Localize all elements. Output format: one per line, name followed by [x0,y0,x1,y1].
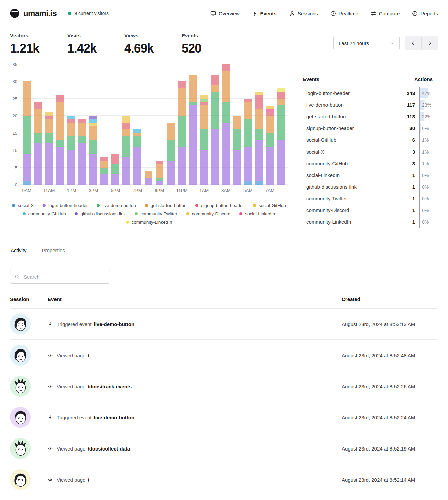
stacked-bar-8AM[interactable] [277,88,285,185]
bar-slot-5AM [242,64,253,185]
legend-item-github-discussions-link: github-discussions-link [75,211,126,216]
event-row-signup-button-header[interactable]: signup-button-header306% [303,122,438,134]
bar-segment-community-LinkedIn [277,88,285,92]
event-row-get-started-button[interactable]: get-started-button11322% [303,111,438,122]
session-cell [10,438,48,459]
stacked-bar-6PM[interactable] [122,116,130,185]
next-range-button[interactable] [422,36,438,50]
event-pct-cell: 1% [419,134,438,146]
event-count: 1 [412,207,415,213]
bar-segment-live-demo-button [233,129,241,150]
y-axis-label: 20 [13,113,17,118]
activity-row: Viewed page/docs/collect-dataAugust 23rd… [10,433,438,464]
bar-segment-live-demo-button [133,136,141,147]
bar-slot-7AM [264,64,275,185]
nav-item-realtime[interactable]: Realtime [330,11,358,16]
event-row-live-demo-button[interactable]: live-demo-button11723% [303,99,438,111]
metric-events: Events 520 [182,33,239,56]
legend-label: community-Discord [192,211,231,216]
bar-segment-live-demo-button [111,164,119,174]
bar-segment-get-started-button [122,129,130,136]
x-axis-label: 3PM [88,188,99,193]
session-avatar[interactable] [10,407,31,428]
nav-item-reports[interactable]: Reports [412,11,438,16]
nav-item-overview[interactable]: Overview [210,11,240,16]
event-count: 3 [412,161,415,166]
stacked-bar-8PM[interactable] [145,171,152,185]
stacked-bar-5PM[interactable] [111,154,119,185]
event-target[interactable]: live-demo-button [94,321,135,327]
session-avatar[interactable] [10,314,31,334]
bar-segment-social-GitHub [45,112,53,116]
event-pct-label: 0% [420,219,429,225]
bar-segment-social-X [255,181,263,185]
session-avatar[interactable] [10,469,31,490]
stacked-bar-6AM[interactable] [255,92,263,185]
event-count: 1 [412,196,415,201]
event-row-community-Twitter[interactable]: community-Twitter10% [303,193,438,204]
nav-item-sessions[interactable]: Sessions [289,11,318,16]
search-input[interactable] [23,274,106,280]
event-row-login-button-header[interactable]: login-button-header24347% [303,87,438,99]
event-target[interactable]: / [88,477,89,483]
tab-properties[interactable]: Properties [41,245,66,258]
stacked-bar-4AM[interactable] [233,116,241,185]
prev-range-button[interactable] [405,36,421,50]
legend-label: login-button-header [48,203,88,208]
column-created: Created [342,296,438,302]
stacked-bar-10AM[interactable] [34,102,42,185]
stacked-bar-7PM[interactable] [133,129,141,185]
stacked-bar-12AM[interactable] [189,75,197,185]
metric-visits: Visits 1.42k [67,33,124,56]
nav-item-compare[interactable]: Compare [371,11,400,16]
event-row-social-LinkedIn[interactable]: social-LinkedIn10% [303,169,438,181]
stacked-bar-1AM[interactable] [200,95,208,185]
stacked-bar-11PM[interactable] [178,81,186,185]
stacked-bar-11AM[interactable] [45,112,53,185]
event-row-social-GitHub[interactable]: social-GitHub61% [303,134,438,146]
stacked-bar-2PM[interactable] [78,119,86,185]
stacked-bar-2AM[interactable] [211,75,219,185]
bar-segment-get-started-button [200,105,208,129]
tab-activity[interactable]: Activity [10,245,27,258]
session-avatar[interactable] [10,438,31,459]
session-avatar[interactable] [10,345,31,366]
event-count: 117 [407,102,415,108]
bar-segment-get-started-button [211,85,219,92]
eye-icon [48,446,53,451]
event-target[interactable]: /docs/track-events [88,384,132,389]
bar-slot-10AM [32,64,43,185]
event-row-community-LinkedIn[interactable]: community-LinkedIn10% [303,216,438,228]
search-box [10,270,110,284]
session-avatar[interactable] [10,376,31,397]
stacked-bar-4PM[interactable] [100,157,108,185]
stacked-bar-3AM[interactable] [222,64,230,185]
nav-item-events[interactable]: Events [252,11,277,16]
stacked-bar-5AM[interactable] [244,99,252,185]
event-row-social-X[interactable]: social-X31% [303,146,438,158]
monitor-icon [210,11,216,16]
event-row-github-discussions-link[interactable]: github-discussions-link10% [303,181,438,193]
event-row-community-GitHub[interactable]: community-GitHub31% [303,158,438,169]
event-target[interactable]: /docs/collect-data [88,446,130,452]
date-range-select[interactable]: Last 24 hours [333,36,400,50]
bar-slot-8AM [275,64,287,185]
bar-segment-login-button-header [244,147,252,181]
event-row-community-Discord[interactable]: community-Discord10% [303,204,438,216]
eye-icon [48,353,53,358]
stacked-bar-3PM[interactable] [89,116,97,185]
event-target[interactable]: / [88,353,89,358]
stacked-bar-7AM[interactable] [266,106,274,185]
stacked-bar-1PM[interactable] [67,116,75,185]
stacked-bar-10PM[interactable] [167,123,175,185]
brand-name[interactable]: umami.is [23,9,57,18]
stacked-bar-9AM[interactable] [23,81,31,185]
bar-segment-live-demo-button [277,105,285,140]
event-pct-label: 23% [420,102,431,108]
bar-segment-login-button-header [266,147,274,185]
stacked-bar-9PM[interactable] [156,161,163,185]
bar-segment-signup-button-header [100,157,108,161]
bar-segment-signup-button-header [255,95,263,109]
event-target[interactable]: live-demo-button [94,415,135,420]
stacked-bar-12PM[interactable] [56,95,64,185]
